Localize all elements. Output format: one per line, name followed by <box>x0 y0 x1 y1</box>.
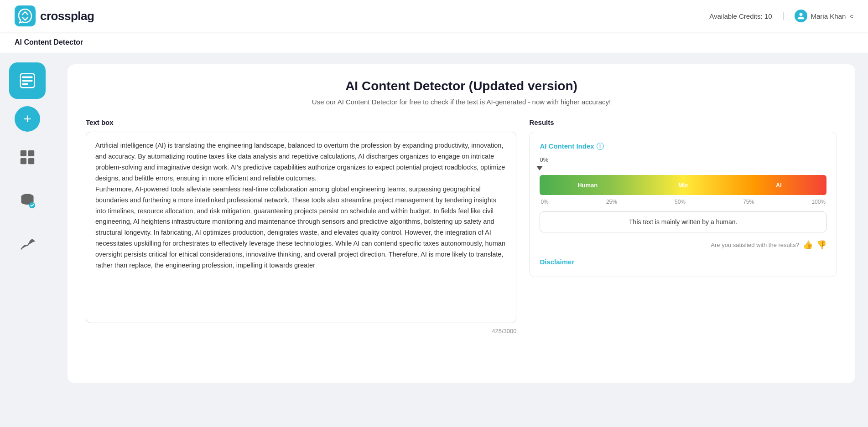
page-header-bar: AI Content Detector <box>0 32 868 53</box>
tick-0: 0% <box>541 199 548 205</box>
char-count: 425/3000 <box>86 328 516 334</box>
user-name: Maria Khan <box>811 12 846 20</box>
database-icon <box>19 192 36 210</box>
tool-card: AI Content Detector (Updated version) Us… <box>68 64 855 383</box>
dashboard-icon <box>19 149 36 166</box>
tool-title: AI Content Detector (Updated version) <box>86 79 837 93</box>
sidebar-item-text-detector[interactable] <box>9 62 46 99</box>
ai-content-index-title: AI Content Index i <box>540 142 826 150</box>
indicator-wrapper <box>540 166 826 174</box>
credits-label: Available Credits: 10 <box>709 12 783 20</box>
user-chevron: < <box>849 12 853 20</box>
sidebar-item-dashboard[interactable] <box>9 139 46 175</box>
result-box: This text is mainly written by a human. <box>540 211 826 232</box>
bar-label-ai: AI <box>731 182 826 189</box>
svg-rect-5 <box>21 150 26 156</box>
page-title: AI Content Detector <box>15 38 853 46</box>
gradient-bar: Human Mix AI <box>540 175 826 195</box>
satisfaction-label: Are you satisfied with the results? <box>711 242 799 248</box>
tick-50: 50% <box>675 199 686 205</box>
svg-rect-3 <box>22 80 33 82</box>
header-right: Available Credits: 10 Maria Khan < <box>709 10 853 22</box>
main-layout: + <box>0 53 868 426</box>
tick-25: 25% <box>606 199 617 205</box>
percent-label: 0% <box>540 156 826 163</box>
tick-75: 75% <box>743 199 754 205</box>
thumbs-down-icon[interactable]: 👎 <box>816 240 826 250</box>
tick-100: 100% <box>811 199 826 205</box>
add-new-button[interactable]: + <box>15 106 40 132</box>
text-detector-icon <box>19 72 36 89</box>
svg-rect-8 <box>28 158 34 164</box>
text-input[interactable]: Artificial intelligence (AI) is translat… <box>86 132 516 323</box>
tool-subtitle: Use our AI Content Detector for free to … <box>86 98 837 106</box>
right-column: Results AI Content Index i 0% <box>529 118 837 334</box>
thumbs-up-icon[interactable]: 👍 <box>803 240 813 250</box>
user-menu[interactable]: Maria Khan < <box>784 10 853 22</box>
app-header: crossplag Available Credits: 10 Maria Kh… <box>0 0 868 32</box>
gradient-bar-wrapper: Human Mix AI <box>540 175 826 195</box>
results-label: Results <box>529 118 837 126</box>
logo-icon <box>15 5 36 26</box>
bar-tick-labels: 0% 25% 50% 75% 100% <box>540 199 826 205</box>
left-column: Text box Artificial intelligence (AI) is… <box>86 118 516 334</box>
svg-rect-7 <box>21 158 26 164</box>
indicator-arrow <box>536 166 543 170</box>
bar-label-human: Human <box>540 182 635 189</box>
person-icon <box>797 12 805 20</box>
sidebar-item-analytics[interactable] <box>9 226 46 263</box>
logo-text: crossplag <box>40 9 94 23</box>
svg-rect-4 <box>22 83 28 85</box>
user-avatar-icon <box>795 10 807 22</box>
textbox-label: Text box <box>86 118 516 126</box>
sidebar: + <box>0 53 55 426</box>
svg-rect-2 <box>22 77 33 78</box>
bar-label-mix: Mix <box>635 182 731 189</box>
satisfaction-row: Are you satisfied with the results? 👍 👎 <box>540 240 826 250</box>
disclaimer-title: Disclaimer <box>540 258 826 266</box>
two-col-layout: Text box Artificial intelligence (AI) is… <box>86 118 837 334</box>
info-icon[interactable]: i <box>597 143 604 150</box>
svg-rect-6 <box>28 150 34 156</box>
sidebar-item-database[interactable] <box>9 183 46 219</box>
content-area: AI Content Detector (Updated version) Us… <box>55 53 868 426</box>
analytics-icon <box>19 236 36 253</box>
logo-area: crossplag <box>15 5 94 26</box>
results-card: AI Content Index i 0% Human Mix <box>529 132 837 277</box>
